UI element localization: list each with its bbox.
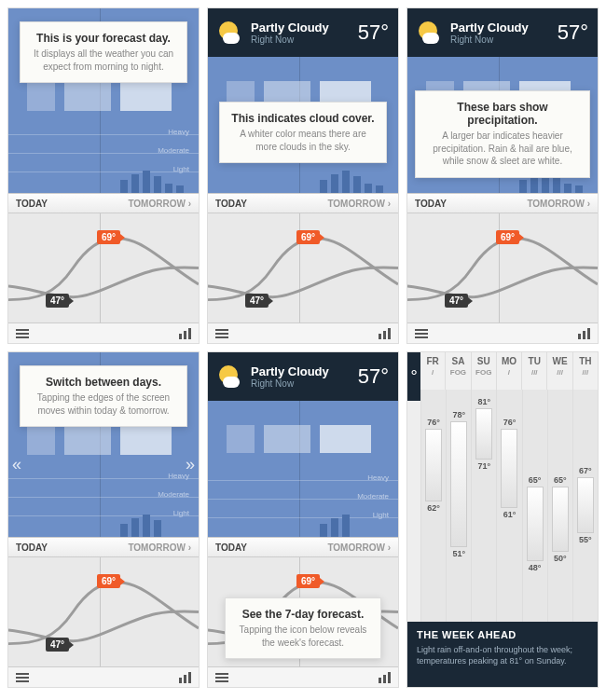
- temperature-chart[interactable]: 69° 47°: [407, 213, 598, 323]
- week-range-chart[interactable]: 76° 62° 78° 51° 81° 71° 76° 61° 65°: [420, 390, 598, 622]
- week-day-sa[interactable]: SAFOG: [445, 352, 470, 390]
- current-temperature: 57°: [358, 364, 389, 389]
- today-tab[interactable]: TODAY: [215, 542, 247, 553]
- tomorrow-tab[interactable]: TOMORROW ›: [327, 199, 391, 209]
- week-day-mo[interactable]: MO/: [496, 352, 521, 390]
- tomorrow-tab[interactable]: TOMORROW ›: [327, 542, 391, 553]
- day-selector[interactable]: TODAY TOMORROW ›: [8, 537, 199, 557]
- tooltip-seven-day: See the 7-day forecast. Tapping the icon…: [225, 597, 381, 659]
- week-day-th[interactable]: TH///: [572, 352, 598, 390]
- tooltip-switch-days: Switch between days. Tapping the edges o…: [20, 365, 187, 427]
- partly-cloudy-icon: [217, 364, 243, 390]
- precip-label-light: Light: [373, 511, 389, 519]
- day-selector[interactable]: TODAY TOMORROW ›: [208, 193, 398, 213]
- precip-label-light: Light: [173, 165, 189, 173]
- week-day-we[interactable]: WE///: [546, 352, 572, 390]
- week-summary-title: THE WEEK AHEAD: [417, 629, 588, 640]
- low-temperature-badge: 47°: [46, 638, 69, 652]
- condition-time: Right Now: [251, 34, 329, 45]
- today-tab[interactable]: TODAY: [16, 542, 48, 553]
- current-temp-sliver: °: [407, 352, 420, 401]
- forecast-icon[interactable]: [379, 672, 391, 683]
- precip-label-moderate: Moderate: [158, 146, 189, 155]
- tomorrow-tab[interactable]: TOMORROW ›: [128, 542, 191, 553]
- condition-text: Partly Cloudy: [450, 21, 529, 34]
- tooltip-forecast-day: This is your forecast day. It displays a…: [20, 21, 187, 83]
- menu-icon[interactable]: [215, 329, 228, 338]
- onboarding-tile-switch-days: Heavy Moderate Light « » TODAY TOMORROW …: [7, 351, 200, 688]
- low-temperature-badge: 47°: [46, 294, 69, 308]
- menu-icon[interactable]: [415, 329, 428, 338]
- onboarding-tile-seven-day: Partly Cloudy Right Now 57° Heavy Modera…: [207, 351, 399, 688]
- weather-header: Partly Cloudy Right Now 57°: [407, 8, 598, 57]
- chevron-left-icon[interactable]: «: [12, 455, 21, 474]
- tooltip-cloud-cover: This indicates cloud cover. A whiter col…: [219, 102, 387, 163]
- week-forecast-tile: ° FR/ SAFOG SUFOG MO/ TU/// WE/// TH/// …: [406, 351, 599, 688]
- day-selector[interactable]: TODAY TOMORROW ›: [208, 537, 398, 557]
- precip-label-heavy: Heavy: [168, 128, 189, 136]
- tomorrow-tab[interactable]: TOMORROW ›: [527, 199, 590, 209]
- week-summary-body: Light rain off-and-on throughout the wee…: [417, 644, 588, 666]
- today-tab[interactable]: TODAY: [215, 199, 247, 209]
- day-selector[interactable]: TODAY TOMORROW ›: [407, 193, 598, 213]
- low-temperature-badge: 47°: [245, 294, 269, 308]
- temperature-chart[interactable]: 69° 47°: [8, 213, 199, 323]
- onboarding-tile-precipitation: Partly Cloudy Right Now 57° TODAY TOMORR…: [406, 7, 599, 344]
- high-temperature-badge: 69°: [296, 574, 320, 588]
- week-day-tu[interactable]: TU///: [521, 352, 546, 390]
- week-summary: THE WEEK AHEAD Light rain off-and-on thr…: [407, 622, 598, 687]
- temperature-chart[interactable]: 69° 47°: [208, 213, 398, 323]
- temperature-chart[interactable]: 69° 47°: [8, 557, 199, 666]
- condition-time: Right Now: [251, 378, 329, 389]
- today-tab[interactable]: TODAY: [415, 199, 447, 209]
- forecast-icon[interactable]: [379, 328, 391, 339]
- high-temperature-badge: 69°: [496, 230, 519, 244]
- onboarding-tile-forecast-day: Heavy Moderate Light TODAY TOMORROW › 69…: [7, 7, 200, 344]
- today-tab[interactable]: TODAY: [16, 199, 48, 209]
- day-selector[interactable]: TODAY TOMORROW ›: [8, 193, 199, 213]
- condition-text: Partly Cloudy: [251, 364, 329, 378]
- menu-icon[interactable]: [215, 673, 228, 682]
- high-temperature-badge: 69°: [97, 230, 120, 244]
- chevron-right-icon[interactable]: »: [186, 455, 195, 474]
- precip-label-light: Light: [173, 509, 189, 517]
- weather-header: Partly Cloudy Right Now 57°: [208, 8, 398, 57]
- weather-header: Partly Cloudy Right Now 57°: [208, 352, 398, 401]
- high-temperature-badge: 69°: [296, 230, 320, 244]
- week-day-su[interactable]: SUFOG: [471, 352, 496, 390]
- tooltip-precipitation: These bars show precipitation. A larger …: [415, 90, 590, 178]
- menu-icon[interactable]: [16, 673, 29, 682]
- precip-label-heavy: Heavy: [367, 474, 389, 482]
- high-temperature-badge: 69°: [97, 574, 120, 588]
- condition-text: Partly Cloudy: [251, 21, 329, 34]
- week-header: FR/ SAFOG SUFOG MO/ TU/// WE/// TH///: [420, 352, 598, 390]
- sky-area[interactable]: Heavy Moderate Light: [208, 401, 398, 537]
- precip-label-moderate: Moderate: [357, 492, 389, 501]
- onboarding-tile-cloud-cover: Partly Cloudy Right Now 57° TODAY TOMORR…: [207, 7, 399, 344]
- low-temperature-badge: 47°: [445, 294, 468, 308]
- forecast-icon[interactable]: [179, 328, 191, 339]
- partly-cloudy-icon: [417, 20, 443, 46]
- current-temperature: 57°: [358, 21, 389, 45]
- menu-icon[interactable]: [16, 329, 29, 338]
- partly-cloudy-icon: [217, 20, 243, 46]
- tomorrow-tab[interactable]: TOMORROW ›: [128, 199, 191, 209]
- condition-time: Right Now: [450, 34, 529, 45]
- forecast-icon[interactable]: [578, 328, 590, 339]
- current-temperature: 57°: [558, 21, 588, 45]
- week-day-fr[interactable]: FR/: [420, 352, 445, 390]
- swipe-arrows[interactable]: « »: [8, 455, 199, 474]
- precip-label-moderate: Moderate: [158, 490, 189, 499]
- forecast-icon[interactable]: [179, 672, 191, 683]
